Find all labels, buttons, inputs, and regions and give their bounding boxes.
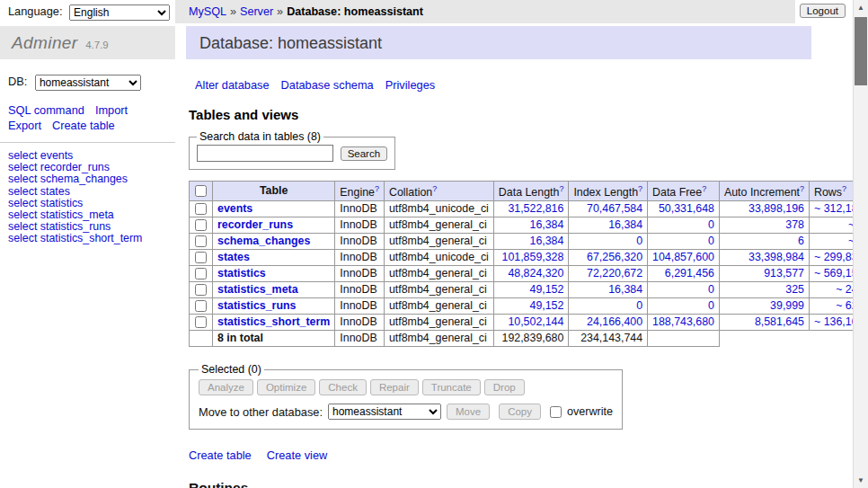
link-import[interactable]: Import	[95, 103, 128, 117]
analyze-button[interactable]: Analyze	[199, 379, 253, 395]
table-row-states: statesInnoDButf8mb4_unicode_ci101,859,32…	[190, 250, 868, 266]
cell: InnoDB	[335, 234, 385, 250]
tables-header-row: TableEngine?Collation?Data Length?Index …	[190, 182, 868, 201]
data-free-link[interactable]: 0	[708, 299, 714, 312]
data-length-link[interactable]: 49,152	[529, 283, 563, 296]
table-link-schema-changes[interactable]: schema_changes	[217, 235, 310, 247]
index-length-link[interactable]: 0	[636, 235, 642, 247]
data-length-link[interactable]: 16,384	[529, 235, 563, 247]
data-length-link[interactable]: 48,824,320	[508, 267, 563, 279]
data-free-link[interactable]: 0	[708, 235, 714, 247]
table-link-statistics-runs[interactable]: statistics_runs	[217, 299, 296, 312]
link-select-states[interactable]: select states	[8, 186, 167, 198]
data-length-link[interactable]: 10,502,144	[508, 315, 563, 328]
auto-increment-link[interactable]: 33,398,984	[748, 251, 804, 263]
index-length-link[interactable]: 16,384	[608, 283, 642, 296]
link-privileges[interactable]: Privileges	[385, 78, 435, 92]
data-length-link[interactable]: 49,152	[529, 299, 563, 312]
index-length-link[interactable]: 67,256,320	[587, 251, 642, 263]
link-sql-command[interactable]: SQL command	[8, 103, 84, 117]
scroll-down-icon[interactable]: ▼	[854, 473, 868, 488]
help-icon[interactable]: ?	[800, 184, 804, 193]
auto-increment-link[interactable]: 39,999	[770, 299, 804, 312]
optimize-button[interactable]: Optimize	[257, 379, 315, 395]
logout-button[interactable]: Logout	[800, 4, 846, 18]
auto-increment-link[interactable]: 8,581,645	[755, 315, 804, 328]
help-icon[interactable]: ?	[559, 184, 563, 193]
check-button[interactable]: Check	[319, 379, 367, 395]
db-selector-row: DB: homeassistant	[0, 59, 175, 94]
checkbox-cell	[190, 217, 213, 234]
scrollbar[interactable]: ▲ ▼	[853, 0, 868, 488]
repair-button[interactable]: Repair	[370, 379, 419, 395]
row-checkbox-statistics_short_term[interactable]	[195, 316, 207, 328]
search-input[interactable]	[197, 145, 333, 162]
copy-button[interactable]: Copy	[499, 404, 541, 420]
move-db-select[interactable]: homeassistant	[328, 404, 441, 420]
link-export[interactable]: Export	[8, 119, 41, 132]
link-select-schema-changes[interactable]: select schema_changes	[8, 173, 167, 185]
link-alter-database[interactable]: Alter database	[195, 78, 270, 92]
overwrite-label: overwrite	[567, 405, 613, 418]
table-link-statistics-meta[interactable]: statistics_meta	[217, 283, 298, 296]
table-row-statistics_short_term: statistics_short_termInnoDButf8mb4_gener…	[190, 315, 868, 331]
auto-increment-link[interactable]: 33,898,196	[748, 202, 804, 215]
scrollbar-thumb[interactable]	[855, 17, 867, 85]
search-button[interactable]: Search	[341, 146, 387, 161]
index-length-link[interactable]: 72,220,672	[587, 267, 642, 279]
data-free-link[interactable]: 6,291,456	[665, 267, 714, 279]
language-select[interactable]: English	[69, 4, 170, 21]
data-free-link[interactable]: 0	[708, 283, 714, 296]
help-icon[interactable]: ?	[432, 184, 437, 193]
select-all-checkbox[interactable]	[195, 185, 207, 197]
table-link-recorder-runs[interactable]: recorder_runs	[217, 218, 293, 231]
scroll-up-icon[interactable]: ▲	[854, 0, 868, 15]
table-link-events[interactable]: events	[217, 202, 252, 215]
data-free-link[interactable]: 50,331,648	[659, 202, 714, 215]
breadcrumb-server[interactable]: Server	[240, 5, 273, 18]
row-checkbox-states[interactable]	[195, 252, 207, 263]
cell: statistics_meta	[213, 282, 335, 298]
help-icon[interactable]: ?	[842, 184, 846, 193]
link-create-table[interactable]: Create table	[189, 448, 252, 462]
column-header-data-length: Data Length?	[493, 182, 569, 201]
table-link-states[interactable]: states	[217, 251, 250, 263]
help-icon[interactable]: ?	[375, 184, 379, 193]
move-button[interactable]: Move	[447, 404, 490, 420]
auto-increment-link[interactable]: 378	[785, 218, 804, 231]
drop-button[interactable]: Drop	[484, 379, 525, 395]
data-free-link[interactable]: 104,857,600	[652, 251, 714, 263]
auto-increment-link[interactable]: 325	[785, 283, 804, 296]
auto-increment-link[interactable]: 6	[798, 235, 804, 247]
checkbox-cell	[190, 282, 213, 298]
overwrite-checkbox[interactable]	[550, 406, 562, 418]
row-checkbox-events[interactable]	[195, 203, 207, 215]
table-link-statistics[interactable]: statistics	[217, 267, 266, 279]
data-length-link[interactable]: 16,384	[529, 218, 563, 231]
link-create-table[interactable]: Create table	[52, 119, 115, 132]
index-length-link[interactable]: 0	[636, 299, 642, 312]
db-select[interactable]: homeassistant	[35, 75, 141, 91]
data-length-link[interactable]: 101,859,328	[501, 251, 563, 263]
row-checkbox-schema_changes[interactable]	[195, 235, 207, 247]
data-free-link[interactable]: 0	[708, 218, 714, 231]
row-checkbox-statistics_meta[interactable]	[195, 284, 207, 296]
index-length-link[interactable]: 24,166,400	[587, 315, 642, 328]
link-database-schema[interactable]: Database schema	[281, 78, 374, 92]
table-link-statistics-short-term[interactable]: statistics_short_term	[217, 315, 330, 328]
row-checkbox-statistics_runs[interactable]	[195, 300, 207, 312]
truncate-button[interactable]: Truncate	[422, 379, 481, 395]
data-free-link[interactable]: 188,743,680	[652, 315, 714, 328]
link-select-statistics-short-term[interactable]: select statistics_short_term	[8, 233, 167, 244]
auto-increment-link[interactable]: 913,577	[764, 267, 804, 279]
help-icon[interactable]: ?	[702, 184, 706, 193]
row-checkbox-recorder_runs[interactable]	[195, 219, 207, 231]
footer-cell	[719, 331, 809, 347]
help-icon[interactable]: ?	[638, 184, 642, 193]
index-length-link[interactable]: 16,384	[608, 218, 642, 231]
link-create-view[interactable]: Create view	[267, 448, 328, 462]
row-checkbox-statistics[interactable]	[195, 268, 207, 279]
breadcrumb-mysql[interactable]: MySQL	[189, 5, 226, 18]
index-length-link[interactable]: 70,467,584	[587, 202, 642, 215]
data-length-link[interactable]: 31,522,816	[508, 202, 563, 215]
